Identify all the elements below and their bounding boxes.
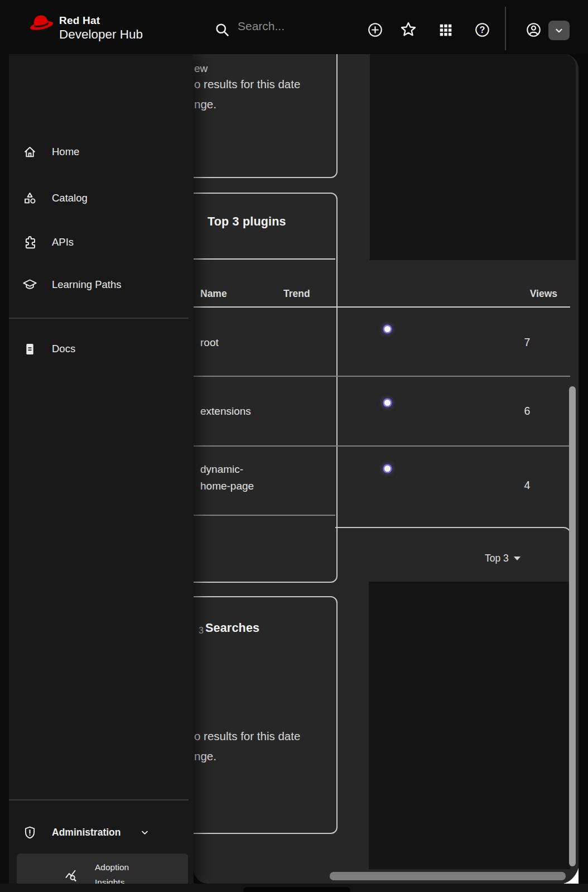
sidebar-item-label: Docs [52, 343, 75, 355]
search-icon [214, 22, 230, 37]
top-plugins-card [194, 193, 338, 583]
puzzle-icon [22, 235, 37, 250]
chart-panel-top [370, 54, 576, 260]
insights-chart-icon [65, 868, 79, 882]
column-header-trend: Trend [283, 288, 310, 300]
shield-warning-icon [22, 825, 37, 840]
sidebar-divider [9, 318, 189, 319]
column-header-views: Views [446, 288, 557, 300]
document-icon [22, 342, 37, 357]
views-cell: 6 [509, 405, 545, 418]
sidebar-edge-strip [0, 54, 9, 884]
sidebar-item-administration[interactable]: Administration [22, 818, 184, 846]
header-divider [505, 7, 506, 50]
sidebar-item-home[interactable]: Home [22, 138, 184, 166]
person-circle-icon [526, 22, 542, 38]
top-n-dropdown[interactable]: Top 3 [485, 553, 520, 564]
clipped-text-fragment: ew [194, 63, 208, 75]
chart-panel-bottom [369, 582, 570, 869]
plus-circle-icon [367, 22, 383, 38]
plugin-name-cell: extensions [200, 405, 251, 418]
main-content: ew o results for this date nge. Top 3 pl… [194, 54, 579, 884]
table-row-divider [194, 515, 335, 516]
chevron-down-icon [553, 25, 565, 37]
empty-state-text: o results for this date [194, 730, 300, 743]
app-launcher-button[interactable] [438, 23, 453, 37]
views-cell: 4 [509, 479, 545, 492]
sidebar-item-learning-paths[interactable]: Learning Paths [22, 271, 184, 299]
help-button[interactable]: ? [474, 22, 490, 38]
caret-down-icon [514, 557, 520, 560]
trend-marker-dot [384, 400, 391, 406]
star-icon [399, 21, 417, 39]
bottom-notch [243, 887, 350, 892]
clipped-text-fragment: 3 [199, 626, 204, 636]
search-input[interactable] [237, 19, 345, 33]
profile-button[interactable] [526, 22, 542, 38]
svg-text:?: ? [480, 25, 485, 35]
sidebar-item-apis[interactable]: APIs [22, 228, 184, 256]
empty-state-text: o results for this date [194, 78, 300, 91]
sidebar-item-label: Home [52, 146, 79, 158]
table-row-divider [194, 376, 570, 377]
sidebar-divider [9, 799, 189, 800]
card-title: Searches [205, 621, 259, 635]
redhat-logo-icon [28, 12, 55, 34]
sidebar-item-label: Administration [52, 827, 121, 838]
horizontal-scrollbar[interactable] [330, 872, 566, 880]
sidebar: Home Catalog APIs Learning Paths [0, 54, 194, 884]
empty-state-text: nge. [194, 98, 216, 111]
grid-icon [438, 23, 453, 37]
table-footer: Top 3 [335, 527, 571, 582]
sidebar-item-catalog[interactable]: Catalog [22, 184, 184, 212]
app-header: Red Hat Developer Hub [0, 0, 588, 54]
vertical-scrollbar[interactable] [569, 386, 576, 866]
sidebar-item-docs[interactable]: Docs [22, 335, 184, 363]
plugin-name-cell: dynamic-home-page [200, 461, 258, 495]
views-cell: 7 [509, 336, 545, 349]
brand-name: Red Hat [59, 15, 100, 27]
favorites-button[interactable] [399, 21, 417, 39]
card-header-divider [194, 258, 335, 260]
chevron-down-icon [139, 827, 150, 838]
sidebar-item-label: Catalog [52, 192, 88, 204]
column-header-name: Name [200, 288, 227, 300]
table-header-divider [194, 306, 570, 308]
trend-marker-dot [384, 466, 391, 472]
home-icon [22, 145, 37, 160]
trend-marker-dot [384, 326, 391, 332]
corner-fold [563, 868, 579, 884]
brand-product: Developer Hub [59, 27, 143, 42]
table-row-divider [194, 445, 570, 447]
graduation-cap-icon [22, 277, 37, 292]
plugin-name-cell: root [200, 337, 219, 349]
account-menu-button[interactable] [548, 21, 570, 40]
create-button[interactable] [367, 22, 383, 38]
card-top-clipped [194, 54, 338, 178]
sidebar-item-label: Learning Paths [52, 279, 121, 291]
sidebar-item-label: APIs [52, 236, 74, 248]
question-circle-icon: ? [474, 22, 490, 38]
catalog-icon [22, 191, 37, 206]
empty-state-text: nge. [194, 750, 216, 763]
dropdown-value: Top 3 [485, 553, 509, 564]
card-title: Top 3 plugins [208, 215, 286, 229]
